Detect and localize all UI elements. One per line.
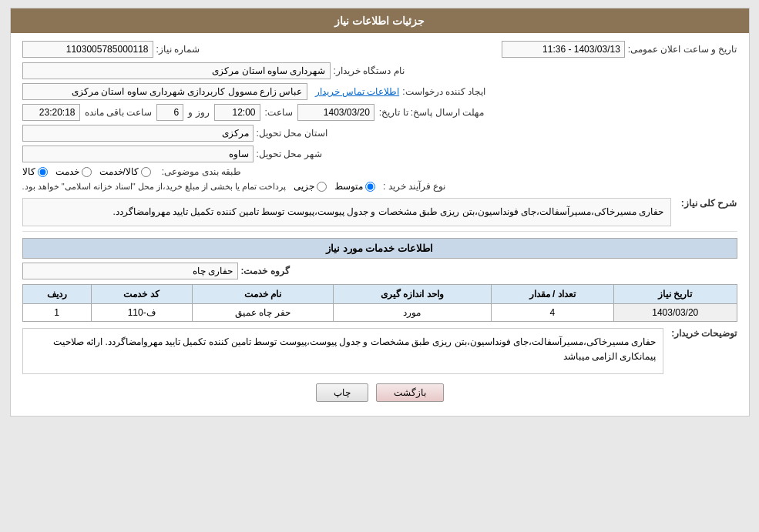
deadline-days-label: روز و	[188, 107, 209, 118]
buyer-notes-label: توضیحات خریدار:	[668, 328, 737, 339]
category-option-3[interactable]: کالا/خدمت	[99, 166, 151, 177]
table-row: 1403/03/20 4 مورد حفر چاه عمیق ف-110 1	[22, 304, 737, 322]
announce-value	[502, 41, 625, 58]
need-number-value	[22, 41, 153, 58]
col-qty: تعداد / مقدار	[491, 285, 613, 304]
category-radio-1[interactable]	[38, 167, 48, 177]
deadline-time	[214, 104, 260, 121]
category-radio-3[interactable]	[141, 167, 151, 177]
process-note: پرداخت تمام یا بخشی از مبلغ خرید،از محل …	[22, 182, 287, 192]
services-table: تاریخ نیاز تعداد / مقدار واحد اندازه گیر…	[22, 284, 737, 322]
process-option-2[interactable]: متوسط	[334, 181, 375, 192]
col-service-name: نام خدمت	[192, 285, 334, 304]
need-number-label: شماره نیاز:	[156, 44, 200, 55]
description-label: شرح کلی نیاز:	[676, 198, 737, 209]
deadline-label: مهلت ارسال پاسخ: تا تاریخ:	[379, 107, 484, 118]
cell-code: ف-110	[91, 304, 192, 322]
process-option-1[interactable]: جزیی	[294, 181, 327, 192]
col-date: تاریخ نیاز	[613, 285, 737, 304]
category-radio-2[interactable]	[82, 167, 92, 177]
deadline-date	[297, 104, 374, 121]
requester-value	[22, 83, 307, 100]
print-button[interactable]: چاپ	[316, 383, 368, 402]
buyer-org-value	[22, 62, 331, 79]
page-title: جزئیات اطلاعات نیاز	[11, 8, 749, 33]
contact-link[interactable]: اطلاعات تماس خریدار	[315, 86, 400, 97]
category-option-2[interactable]: خدمت	[55, 166, 92, 177]
cell-unit: مورد	[334, 304, 491, 322]
back-button[interactable]: بازگشت	[376, 383, 444, 402]
city-label: شهر محل تحویل:	[257, 149, 322, 159]
cell-row: 1	[22, 304, 91, 322]
buyer-notes-value: حفاری مسیرخاکی،مسیرآسفالت،جای فونداسیون،…	[22, 328, 663, 374]
category-option-1[interactable]: کالا	[22, 166, 48, 177]
buyer-org-label: نام دستگاه خریدار:	[334, 65, 405, 76]
deadline-remaining	[22, 104, 80, 121]
description-value: حفاری مسیرخاکی،مسیرآسفالت،جای فونداسیون،…	[22, 198, 671, 226]
deadline-time-label: ساعت:	[265, 107, 293, 118]
cell-date: 1403/03/20	[613, 304, 737, 322]
col-row: ردیف	[22, 285, 91, 304]
col-unit: واحد اندازه گیری	[334, 285, 491, 304]
cell-service-name: حفر چاه عمیق	[192, 304, 334, 322]
deadline-days	[156, 104, 183, 121]
process-radio-1[interactable]	[317, 182, 327, 192]
process-type-label: نوع فرآیند خرید :	[383, 181, 445, 192]
service-group-value	[22, 263, 238, 279]
category-label: طبقه بندی موضوعی:	[162, 166, 241, 177]
city-value	[22, 146, 254, 162]
province-value	[22, 125, 254, 142]
cell-qty: 4	[491, 304, 613, 322]
announce-label: تاریخ و ساعت اعلان عمومی:	[628, 44, 737, 55]
services-section-title: اطلاعات خدمات مورد نیاز	[22, 238, 737, 259]
col-code: کد خدمت	[91, 285, 192, 304]
province-label: استان محل تحویل:	[257, 128, 327, 139]
service-group-label: گروه خدمت:	[241, 266, 290, 276]
process-radio-2[interactable]	[365, 182, 375, 192]
deadline-remaining-label: ساعت باقی مانده	[85, 107, 153, 118]
requester-label: ایجاد کننده درخواست:	[402, 86, 485, 97]
